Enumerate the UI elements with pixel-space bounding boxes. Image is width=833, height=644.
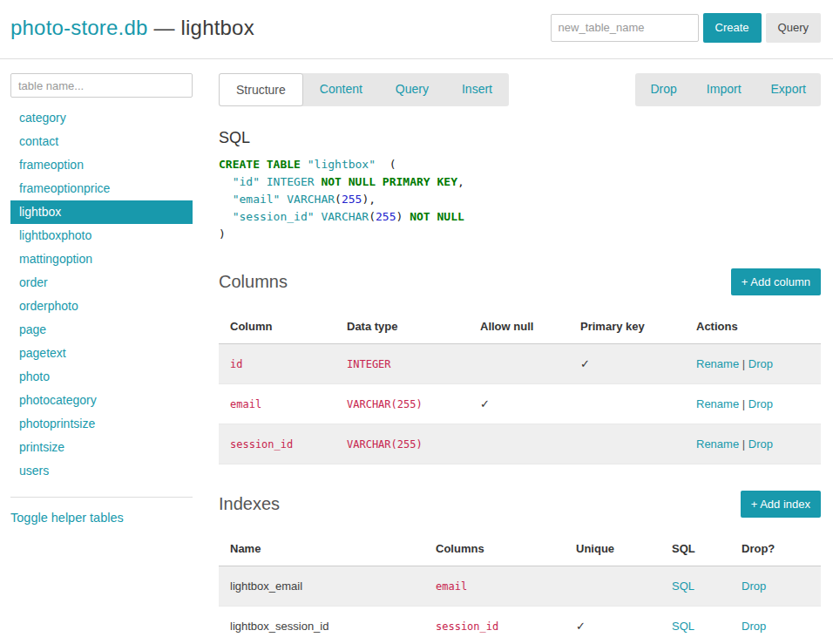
action-separator: | bbox=[739, 397, 748, 410]
sidebar-item-pagetext[interactable]: pagetext bbox=[10, 342, 193, 365]
unique-check bbox=[565, 566, 660, 607]
drop-column-link[interactable]: Drop bbox=[748, 397, 773, 410]
primary-key-check: ✓ bbox=[569, 344, 685, 384]
tab-content[interactable]: Content bbox=[303, 73, 379, 106]
allow-null-check: ✓ bbox=[469, 384, 569, 424]
sql-heading: SQL bbox=[219, 129, 821, 147]
action-separator: | bbox=[739, 437, 748, 451]
sidebar-item-page[interactable]: page bbox=[10, 318, 193, 342]
sidebar-item-contact[interactable]: contact bbox=[10, 130, 193, 153]
tabs-row: StructureContentQueryInsert DropImportEx… bbox=[219, 73, 821, 106]
sidebar-item-category[interactable]: category bbox=[10, 106, 193, 130]
sidebar-item-frameoption[interactable]: frameoption bbox=[10, 153, 193, 177]
column-row-session_id: session_idVARCHAR(255)Rename | Drop bbox=[219, 424, 821, 464]
index-sql-cell: SQL bbox=[660, 607, 730, 644]
index-columns: email bbox=[424, 566, 565, 607]
column-name: email bbox=[219, 384, 335, 424]
index-row-lightbox_email: lightbox_emailemailSQLDrop bbox=[219, 566, 821, 607]
indexes-table: NameColumnsUniqueSQLDrop? lightbox_email… bbox=[219, 532, 821, 644]
header: photo-store.db — lightbox Create Query bbox=[0, 0, 833, 59]
tab-group: StructureContentQueryInsert bbox=[219, 73, 509, 106]
tab-insert[interactable]: Insert bbox=[445, 73, 509, 106]
sidebar-item-frameoptionprice[interactable]: frameoptionprice bbox=[10, 177, 193, 200]
indexes-header-sql: SQL bbox=[660, 532, 730, 566]
indexes-heading: Indexes bbox=[219, 494, 280, 514]
column-actions: Rename | Drop bbox=[685, 344, 821, 384]
columns-heading: Columns bbox=[219, 272, 288, 292]
column-name: id bbox=[219, 344, 335, 384]
columns-table: ColumnData typeAllow nullPrimary keyActi… bbox=[219, 309, 821, 464]
tab-query[interactable]: Query bbox=[379, 73, 445, 106]
column-name: session_id bbox=[219, 424, 335, 464]
allow-null-check bbox=[469, 344, 569, 384]
new-table-input[interactable] bbox=[551, 14, 699, 42]
sidebar-item-photocategory[interactable]: photocategory bbox=[10, 389, 193, 412]
indexes-section-head: Indexes + Add index bbox=[219, 491, 821, 518]
query-button[interactable]: Query bbox=[766, 13, 821, 43]
columns-header-column: Column bbox=[219, 309, 335, 344]
columns-header-allow-null: Allow null bbox=[469, 309, 569, 344]
sidebar-divider bbox=[10, 497, 193, 498]
column-actions: Rename | Drop bbox=[685, 424, 821, 464]
create-table-button[interactable]: Create bbox=[703, 13, 762, 43]
title-table-name: lightbox bbox=[181, 16, 254, 39]
unique-check: ✓ bbox=[565, 607, 660, 644]
page-title: photo-store.db — lightbox bbox=[10, 16, 254, 40]
main-content: StructureContentQueryInsert DropImportEx… bbox=[219, 73, 821, 644]
sidebar-item-orderphoto[interactable]: orderphoto bbox=[10, 295, 193, 318]
columns-header-actions: Actions bbox=[685, 309, 821, 344]
index-drop-cell: Drop bbox=[730, 566, 821, 607]
drop-column-link[interactable]: Drop bbox=[748, 357, 773, 370]
sidebar-item-mattingoption[interactable]: mattingoption bbox=[10, 247, 193, 271]
table-filter-input[interactable] bbox=[10, 73, 193, 98]
export-table-button[interactable]: Export bbox=[756, 73, 821, 106]
allow-null-check bbox=[469, 424, 569, 464]
add-index-button[interactable]: + Add index bbox=[741, 491, 821, 518]
index-sql-cell: SQL bbox=[660, 566, 730, 607]
header-actions: Create Query bbox=[551, 13, 821, 43]
indexes-header-name: Name bbox=[219, 532, 424, 566]
rename-column-link[interactable]: Rename bbox=[696, 397, 739, 410]
drop-index-link[interactable]: Drop bbox=[742, 620, 766, 633]
db-name[interactable]: photo-store.db bbox=[10, 16, 148, 39]
sql-code: CREATE TABLE "lightbox" ( "id" INTEGER N… bbox=[219, 156, 821, 242]
column-row-id: idINTEGER✓Rename | Drop bbox=[219, 344, 821, 384]
layout: categorycontactframeoptionframeoptionpri… bbox=[0, 59, 833, 644]
index-name: lightbox_email bbox=[219, 566, 424, 607]
indexes-header-unique: Unique bbox=[565, 532, 660, 566]
sidebar-item-lightbox[interactable]: lightbox bbox=[10, 200, 193, 224]
indexes-header-columns: Columns bbox=[424, 532, 565, 566]
columns-table-header-row: ColumnData typeAllow nullPrimary keyActi… bbox=[219, 309, 821, 344]
column-data-type: INTEGER bbox=[335, 344, 469, 384]
primary-key-check bbox=[569, 384, 685, 424]
toggle-helper-tables-link[interactable]: Toggle helper tables bbox=[10, 511, 124, 525]
columns-header-primary-key: Primary key bbox=[569, 309, 685, 344]
index-drop-cell: Drop bbox=[730, 607, 821, 644]
drop-table-button[interactable]: Drop bbox=[635, 73, 691, 106]
sidebar-item-photoprintsize[interactable]: photoprintsize bbox=[10, 412, 193, 436]
action-separator: | bbox=[739, 357, 748, 370]
columns-section-head: Columns + Add column bbox=[219, 268, 821, 295]
rename-column-link[interactable]: Rename bbox=[696, 437, 739, 451]
sidebar: categorycontactframeoptionframeoptionpri… bbox=[10, 73, 193, 525]
index-sql-link[interactable]: SQL bbox=[672, 580, 694, 593]
columns-header-data-type: Data type bbox=[335, 309, 469, 344]
sidebar-item-printsize[interactable]: printsize bbox=[10, 436, 193, 459]
index-columns: session_id bbox=[424, 607, 565, 644]
columns-section: Columns + Add column ColumnData typeAllo… bbox=[219, 268, 821, 464]
sidebar-item-lightboxphoto[interactable]: lightboxphoto bbox=[10, 224, 193, 247]
sidebar-item-users[interactable]: users bbox=[10, 459, 193, 483]
title-separator: — bbox=[153, 16, 174, 39]
import-table-button[interactable]: Import bbox=[692, 73, 756, 106]
add-column-button[interactable]: + Add column bbox=[731, 268, 821, 295]
indexes-header-drop: Drop? bbox=[730, 532, 821, 566]
index-sql-link[interactable]: SQL bbox=[672, 620, 694, 633]
rename-column-link[interactable]: Rename bbox=[696, 357, 739, 370]
sidebar-item-photo[interactable]: photo bbox=[10, 365, 193, 389]
drop-column-link[interactable]: Drop bbox=[748, 437, 773, 451]
tab-structure[interactable]: Structure bbox=[219, 73, 303, 106]
drop-index-link[interactable]: Drop bbox=[742, 580, 766, 593]
primary-key-check bbox=[569, 424, 685, 464]
index-row-lightbox_session_id: lightbox_session_idsession_id✓SQLDrop bbox=[219, 607, 821, 644]
sidebar-item-order[interactable]: order bbox=[10, 271, 193, 295]
